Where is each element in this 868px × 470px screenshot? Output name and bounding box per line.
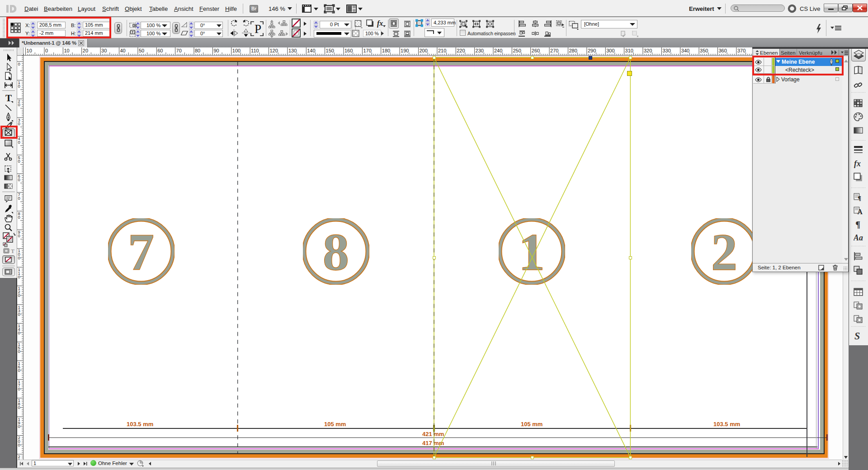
svg-text:190: 190 (401, 48, 409, 53)
svg-text:210: 210 (438, 48, 446, 53)
svg-text:250: 250 (513, 48, 521, 53)
svg-text:290: 290 (588, 48, 596, 53)
svg-text:40: 40 (120, 48, 126, 53)
svg-text:0: 0 (18, 293, 20, 298)
svg-text:T: T (11, 248, 14, 254)
svg-text:120: 120 (270, 48, 278, 53)
svg-text:2: 2 (711, 223, 738, 281)
svg-text:340: 340 (681, 48, 689, 53)
svg-text:270: 270 (550, 48, 558, 53)
svg-text:10: 10 (27, 48, 32, 53)
svg-text:320: 320 (644, 48, 652, 53)
svg-text:280: 280 (569, 48, 577, 53)
svg-text:0: 0 (18, 102, 20, 107)
svg-text:230: 230 (476, 48, 484, 53)
svg-text:0: 0 (45, 48, 48, 53)
svg-text:330: 330 (662, 48, 670, 53)
svg-text:30: 30 (101, 48, 107, 53)
svg-text:0: 0 (18, 312, 20, 317)
svg-text:0: 0 (18, 368, 20, 373)
svg-text:50: 50 (139, 48, 144, 53)
svg-text:0: 0 (18, 84, 20, 89)
svg-text:60: 60 (157, 48, 163, 53)
svg-text:0: 0 (18, 121, 20, 126)
svg-text:80: 80 (195, 48, 200, 53)
svg-text:140: 140 (307, 48, 315, 53)
svg-text:240: 240 (494, 48, 502, 53)
svg-text:220: 220 (457, 48, 465, 53)
svg-text:0: 0 (18, 233, 20, 238)
svg-text:¶: ¶ (858, 195, 861, 201)
svg-text:100: 100 (232, 48, 241, 53)
svg-text:Aa: Aa (854, 233, 863, 242)
svg-text:70: 70 (176, 48, 182, 53)
svg-text:0: 0 (18, 424, 20, 429)
svg-text:0: 0 (18, 196, 20, 201)
svg-text:110: 110 (251, 48, 259, 53)
svg-text:S: S (854, 331, 860, 340)
svg-text:200: 200 (420, 48, 428, 53)
svg-text:0: 0 (18, 330, 20, 335)
svg-text:fx: fx (854, 159, 861, 168)
svg-text:0: 0 (18, 274, 20, 279)
svg-text:360: 360 (719, 48, 727, 53)
svg-text:130: 130 (288, 48, 297, 53)
svg-text:0: 0 (18, 215, 20, 220)
svg-text:0: 0 (18, 442, 20, 447)
svg-text:310: 310 (625, 48, 633, 53)
svg-text:0: 0 (18, 255, 20, 260)
svg-text:300: 300 (606, 48, 614, 53)
svg-text:0: 0 (18, 349, 20, 354)
svg-text:350: 350 (700, 48, 708, 53)
svg-text:0: 0 (18, 159, 20, 164)
svg-text:0: 0 (18, 140, 20, 145)
svg-text:¶: ¶ (855, 220, 860, 229)
svg-text:20: 20 (83, 48, 88, 53)
svg-text:7: 7 (128, 223, 155, 281)
svg-text:90: 90 (213, 48, 219, 53)
svg-text:260: 260 (532, 48, 540, 53)
svg-text:170: 170 (363, 48, 371, 53)
svg-text:0: 0 (18, 405, 20, 410)
svg-text:370: 370 (737, 48, 745, 53)
svg-text:P: P (255, 22, 261, 36)
svg-text:8: 8 (323, 223, 349, 281)
svg-text:10: 10 (64, 48, 69, 53)
svg-text:180: 180 (382, 48, 390, 53)
svg-text:0: 0 (18, 61, 20, 66)
svg-text:T: T (5, 94, 12, 103)
svg-text:160: 160 (344, 48, 353, 53)
svg-text:0: 0 (18, 177, 20, 182)
svg-text:150: 150 (326, 48, 334, 53)
svg-text:A: A (857, 208, 863, 215)
svg-text:0: 0 (18, 386, 20, 391)
